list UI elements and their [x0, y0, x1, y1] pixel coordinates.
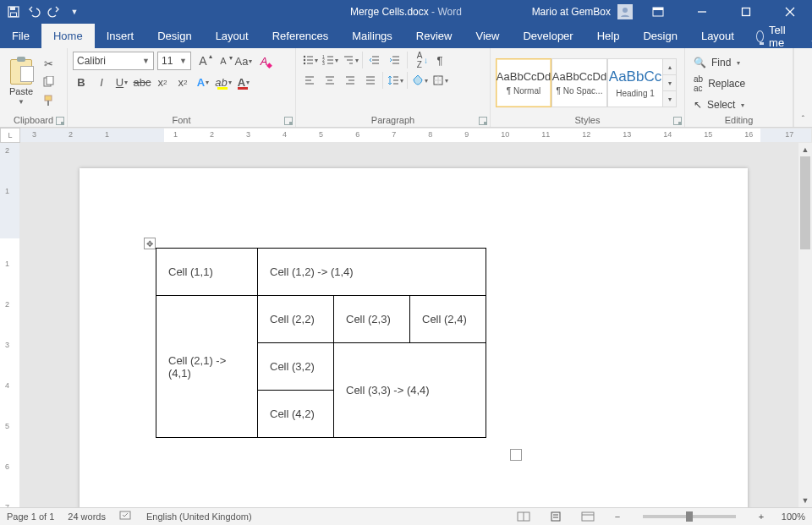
find-button[interactable]: 🔍Find ▾ — [690, 55, 743, 70]
tab-home[interactable]: Home — [41, 24, 95, 48]
align-left-icon[interactable] — [301, 72, 318, 89]
highlight-icon[interactable]: ab▾ — [215, 74, 232, 90]
tab-developer[interactable]: Developer — [511, 24, 584, 48]
increase-indent-icon[interactable] — [387, 52, 403, 68]
borders-icon[interactable]: ▾ — [431, 72, 448, 89]
language-indicator[interactable]: English (United Kingdom) — [146, 511, 252, 522]
zoom-slider[interactable] — [643, 515, 736, 518]
table-cell[interactable]: Cell (2,2) — [258, 296, 334, 343]
bold-icon[interactable]: B — [73, 74, 90, 90]
table-cell[interactable]: Cell (2,3) — [334, 296, 410, 343]
user-name[interactable]: Mario at GemBox — [532, 6, 611, 18]
align-right-icon[interactable] — [342, 72, 359, 89]
tab-table-design[interactable]: Design — [631, 24, 689, 48]
font-size-combo[interactable]: 11▼ — [157, 52, 191, 70]
table-cell[interactable]: Cell (1,2) -> (1,4) — [258, 249, 486, 296]
align-center-icon[interactable] — [321, 72, 338, 89]
tab-review[interactable]: Review — [404, 24, 464, 48]
vertical-ruler[interactable]: 211234567 — [0, 143, 20, 507]
ruler-corner[interactable]: L — [0, 128, 20, 143]
vertical-scrollbar[interactable]: ▲ ▼ — [798, 143, 812, 507]
save-icon[interactable] — [7, 5, 20, 19]
paste-button[interactable]: Paste ▼ — [5, 59, 37, 106]
strikethrough-icon[interactable]: abc — [134, 74, 151, 90]
tab-references[interactable]: References — [261, 24, 340, 48]
style-no-spacing[interactable]: AaBbCcDd ¶ No Spac... — [551, 58, 607, 107]
dialog-launcher-icon[interactable] — [56, 117, 64, 125]
proofing-icon[interactable] — [119, 510, 133, 523]
underline-icon[interactable]: U▾ — [113, 74, 130, 90]
show-marks-icon[interactable]: ¶ — [431, 52, 448, 68]
collapse-ribbon-icon[interactable]: ˆ — [793, 48, 812, 127]
tab-mailings[interactable]: Mailings — [340, 24, 404, 48]
select-button[interactable]: ↖Select ▾ — [690, 97, 748, 112]
zoom-level[interactable]: 100% — [782, 511, 805, 522]
style-normal[interactable]: AaBbCcDd ¶ Normal — [496, 58, 551, 107]
merged-table[interactable]: Cell (1,1) Cell (1,2) -> (1,4) Cell (2,1… — [156, 248, 486, 438]
word-count[interactable]: 24 words — [68, 511, 106, 522]
decrease-indent-icon[interactable] — [366, 52, 383, 68]
format-painter-icon[interactable] — [41, 93, 56, 108]
tell-me[interactable]: Tell me — [746, 24, 800, 48]
page-indicator[interactable]: Page 1 of 1 — [7, 511, 54, 522]
italic-icon[interactable]: I — [93, 74, 110, 90]
table-cell[interactable]: Cell (2,4) — [410, 296, 486, 343]
sort-icon[interactable]: AZ↓ — [411, 52, 428, 68]
clear-format-icon[interactable]: A◆ — [255, 52, 272, 69]
text-effects-icon[interactable]: A▾ — [195, 74, 211, 90]
qat-dropdown-icon[interactable]: ▼ — [68, 5, 81, 19]
web-layout-icon[interactable] — [579, 510, 597, 523]
undo-icon[interactable] — [27, 5, 41, 19]
redo-icon[interactable] — [47, 5, 61, 19]
share-button[interactable]: Share — [799, 24, 812, 48]
ribbon-display-options-icon[interactable] — [639, 0, 677, 24]
shading-icon[interactable]: ▾ — [411, 72, 428, 89]
superscript-icon[interactable]: x2 — [174, 74, 191, 90]
multilevel-list-icon[interactable]: ▾ — [342, 52, 359, 68]
dialog-launcher-icon[interactable] — [479, 117, 487, 125]
table-cell[interactable]: Cell (1,1) — [156, 249, 258, 296]
line-spacing-icon[interactable]: ▾ — [387, 72, 403, 89]
justify-icon[interactable] — [362, 72, 379, 89]
grow-font-icon[interactable]: A▴ — [195, 52, 211, 69]
dialog-launcher-icon[interactable] — [284, 117, 293, 125]
tab-file[interactable]: File — [0, 24, 41, 48]
read-mode-icon[interactable] — [514, 510, 533, 523]
table-move-handle-icon[interactable]: ✥ — [144, 238, 156, 249]
close-button[interactable] — [771, 0, 809, 24]
zoom-out-button[interactable]: − — [611, 511, 624, 522]
table-cell[interactable]: Cell (3,2) — [258, 343, 334, 391]
dialog-launcher-icon[interactable] — [673, 117, 682, 125]
copy-icon[interactable] — [41, 74, 56, 90]
table-cell[interactable]: Cell (2,1) -> (4,1) — [156, 296, 258, 438]
page[interactable]: ✥ Cell (1,1) Cell (1,2) -> (1,4) Cell (2… — [80, 168, 748, 507]
minimize-button[interactable] — [683, 0, 721, 24]
tab-insert[interactable]: Insert — [95, 24, 146, 48]
font-name-combo[interactable]: Calibri▼ — [73, 52, 154, 70]
tab-view[interactable]: View — [464, 24, 511, 48]
print-layout-icon[interactable] — [546, 510, 565, 523]
scroll-thumb[interactable] — [800, 156, 810, 249]
table-cell[interactable]: Cell (4,2) — [258, 391, 334, 438]
font-color-icon[interactable]: A▾ — [235, 74, 252, 90]
tab-design[interactable]: Design — [145, 24, 203, 48]
subscript-icon[interactable]: x2 — [154, 74, 171, 90]
styles-gallery-scroll[interactable]: ▴▾▾ — [663, 58, 677, 107]
style-heading-1[interactable]: AaBbCc Heading 1 — [607, 58, 663, 107]
scroll-up-icon[interactable]: ▲ — [798, 143, 812, 156]
zoom-in-button[interactable]: + — [754, 511, 768, 522]
tab-layout[interactable]: Layout — [204, 24, 261, 48]
numbering-icon[interactable]: 123▾ — [321, 52, 338, 68]
tab-table-layout[interactable]: Layout — [689, 24, 746, 48]
table-cell[interactable]: Cell (3,3) -> (4,4) — [334, 343, 486, 438]
tab-help[interactable]: Help — [585, 24, 632, 48]
scroll-down-icon[interactable]: ▼ — [798, 494, 812, 507]
bullets-icon[interactable]: ▾ — [301, 52, 318, 68]
cut-icon[interactable]: ✂ — [41, 56, 56, 71]
shrink-font-icon[interactable]: A▾ — [215, 52, 232, 69]
avatar-icon[interactable] — [617, 4, 633, 19]
horizontal-ruler[interactable]: L 3211234567891011121314151617 — [0, 128, 812, 143]
replace-button[interactable]: abacReplace — [690, 73, 749, 95]
maximize-button[interactable] — [727, 0, 765, 24]
table-resize-handle-icon[interactable] — [510, 449, 522, 461]
